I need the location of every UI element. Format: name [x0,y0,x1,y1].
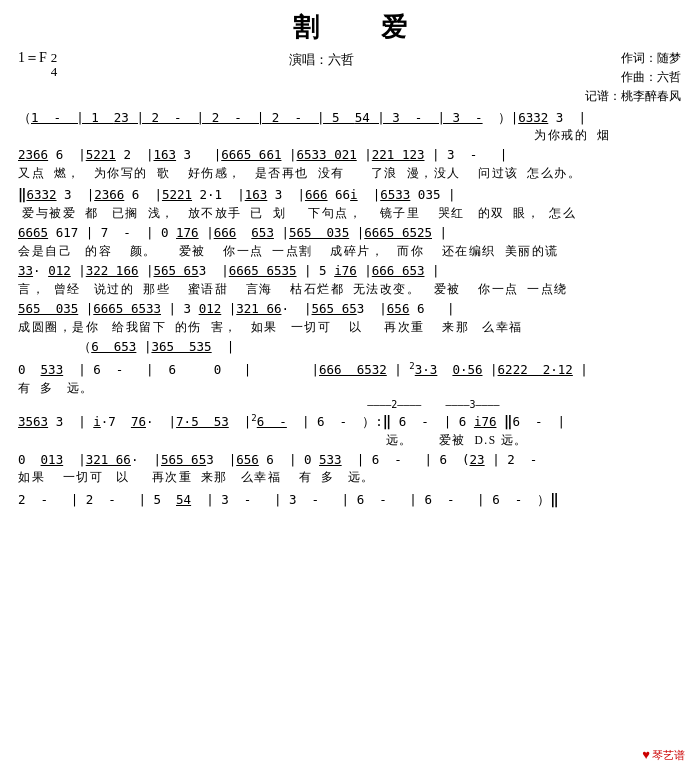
line-1: （1 - | 1 23 | 2 - | 2 - | 2 - | 5 54 | 3… [18,109,681,144]
lyric-row-10: 如果 一切可 以 再次重 来那 么幸福 有 多 远。 [18,469,681,485]
lyric-row-4: 会是自己 的容 颜。 爱被 你一点 一点割 成碎片， 而你 还在编织 美丽的谎 [18,243,681,259]
main-title: 割 爱 [18,10,681,45]
music-row-10: 0 013 |321 66· |565 653 |656 6 | 0 533 |… [18,451,681,470]
lyric-row-5: 言， 曾经 说过的 那些 蜜语甜 言海 枯石烂都 无法改变。 爱被 你一点 一点… [18,281,681,297]
lyric-row-1: 为你戒的 烟 [18,127,681,143]
line-5: 33· 012 |322 166 |565 653 |6665 6535 | 5… [18,262,681,297]
music-row-11: 2 - | 2 - | 5 54 | 3 - | 3 - | 6 - | 6 -… [18,489,681,510]
transcriber: 记谱：桃李醉春风 [585,87,681,106]
line-4: 6665 617 | 7 - | 0 176 |666 653 |565 035… [18,224,681,259]
lyric-row-2: 又点 燃， 为你写的 歌 好伤感， 是否再也 没有 了浪 漫，没人 问过该 怎么… [18,165,681,181]
music-row-1: （1 - | 1 23 | 2 - | 2 - | 2 - | 5 54 | 3… [18,109,681,128]
line-10: 0 013 |321 66· |565 653 |656 6 | 0 533 |… [18,451,681,486]
key-info: 1＝F 2 4 [18,49,57,80]
music-row-4: 6665 617 | 7 - | 0 176 |666 653 |565 035… [18,224,681,243]
lyricist: 作词：随梦 [585,49,681,68]
line-9: ————2———— ————3———— 3563 3 | i·7 76· |7·… [18,399,681,448]
logo-text: 琴艺谱 [652,748,685,763]
music-row-2: 2366 6 |5221 2 |163 3 |6665 661 |6533 02… [18,146,681,165]
page: 割 爱 1＝F 2 4 演唱：六哲 作词：随梦 作曲：六哲 记谱：桃李醉春风 （… [0,0,699,771]
composer: 作曲：六哲 [585,68,681,87]
line-11: 2 - | 2 - | 5 54 | 3 - | 3 - | 6 - | 6 -… [18,489,681,510]
music-row-8: 0 533 | 6 - | 6 0 | |666 6532 | 23·3 0·5… [18,360,681,380]
lyric-row-9: 远。 爱被 D.S 远。 [18,432,681,448]
music-row-7: （6 653 |365 535 | [18,338,681,357]
music-row-3: ‖6332 3 |2366 6 |5221 2·1 |163 3 |666 66… [18,184,681,205]
line-3: ‖6332 3 |2366 6 |5221 2·1 |163 3 |666 66… [18,184,681,221]
lyric-row-6: 成圆圈，是你 给我留下 的伤 害， 如果 一切可 以 再次重 来那 么幸福 [18,319,681,335]
title-area: 割 爱 [18,10,681,45]
line-2: 2366 6 |5221 2 |163 3 |6665 661 |6533 02… [18,146,681,181]
lyric-row-8: 有 多 远。 [18,380,681,396]
key-label: 1＝F [18,49,47,67]
logo-heart: ♥ [642,747,650,763]
bracket-annotation: ————2———— ————3———— [18,399,681,411]
music-row-5: 33· 012 |322 166 |565 653 |6665 6535 | 5… [18,262,681,281]
score-body: （1 - | 1 23 | 2 - | 2 - | 2 - | 5 54 | 3… [18,109,681,510]
line-7: （6 653 |365 535 | [18,338,681,357]
music-row-6: 565 035 |6665 6533 | 3 012 |321 66· |565… [18,300,681,319]
logo-area: ♥ 琴艺谱 [642,747,685,763]
lyric-row-3: 爱与被爱 都 已搁 浅， 放不放手 已 划 下句点， 镜子里 哭红 的双 眼， … [18,205,681,221]
line-6: 565 035 |6665 6533 | 3 012 |321 66· |565… [18,300,681,335]
performer: 演唱：六哲 [57,51,585,69]
meta-row: 1＝F 2 4 演唱：六哲 作词：随梦 作曲：六哲 记谱：桃李醉春风 [18,49,681,107]
music-row-9: 3563 3 | i·7 76· |7·5 53 |26 - | 6 - ）:‖… [18,411,681,432]
line-8: 0 533 | 6 - | 6 0 | |666 6532 | 23·3 0·5… [18,360,681,396]
credits: 作词：随梦 作曲：六哲 记谱：桃李醉春风 [585,49,681,107]
